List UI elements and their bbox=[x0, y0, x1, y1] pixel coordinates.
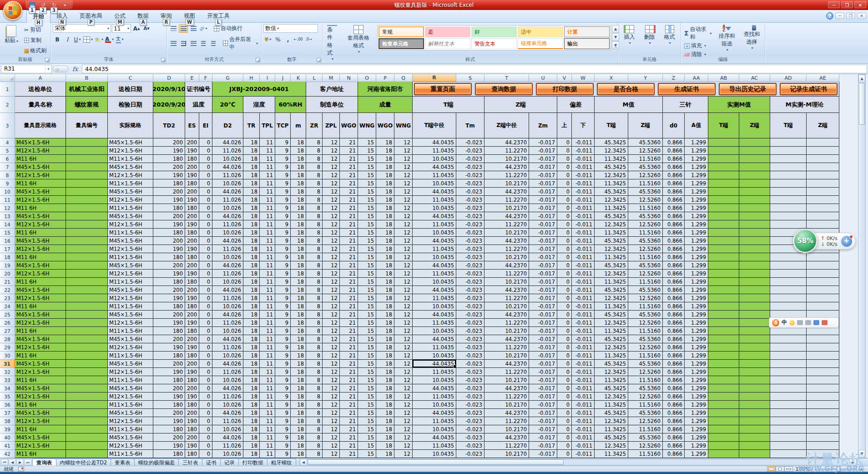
cell-D27[interactable]: 180 bbox=[153, 327, 185, 335]
cell-A42[interactable]: M11 6H bbox=[15, 450, 66, 458]
row-header-14[interactable]: 14 bbox=[0, 220, 15, 229]
cell-N11[interactable]: 21 bbox=[340, 196, 358, 204]
cell-X9[interactable]: 11.3425 bbox=[595, 179, 628, 188]
skin-icon[interactable] bbox=[813, 320, 819, 325]
cell-D6[interactable]: 180 bbox=[153, 155, 185, 163]
prev-sheet-icon[interactable]: ◀ bbox=[9, 459, 16, 465]
cell-U11[interactable]: -0.017 bbox=[529, 196, 557, 204]
cell-K36[interactable]: 18 bbox=[291, 401, 306, 409]
cell-Q37[interactable]: 12 bbox=[394, 409, 413, 417]
cell-Y36[interactable]: 11.5160 bbox=[628, 401, 663, 409]
row-header-21[interactable]: 21 bbox=[0, 278, 15, 286]
cell-M18[interactable]: 12 bbox=[323, 253, 340, 261]
cell-H37[interactable]: 18 bbox=[243, 409, 260, 417]
cell-H21[interactable]: 18 bbox=[243, 278, 260, 286]
cell-B10[interactable] bbox=[66, 188, 108, 196]
cell-L40[interactable]: 8 bbox=[306, 433, 323, 442]
cell-H12[interactable]: 18 bbox=[243, 204, 260, 212]
cell-F39[interactable]: 0 bbox=[199, 425, 212, 433]
increase-indent-button[interactable] bbox=[209, 39, 218, 48]
cell-S26[interactable]: -0.023 bbox=[456, 319, 484, 327]
cell-K42[interactable]: 18 bbox=[291, 450, 306, 458]
cell-T15[interactable]: 10.2170 bbox=[484, 229, 529, 237]
merged-label-cell[interactable]: Z端 bbox=[484, 97, 557, 113]
cell-L15[interactable]: 8 bbox=[306, 229, 323, 237]
cell-H6[interactable]: 18 bbox=[243, 155, 260, 163]
cell-I22[interactable]: 11 bbox=[260, 286, 275, 294]
cell-J23[interactable]: 9 bbox=[275, 294, 291, 302]
cell-X6[interactable]: 11.3425 bbox=[595, 155, 628, 163]
phonetic-button[interactable]: 文 bbox=[115, 35, 124, 44]
cell-P17[interactable]: 18 bbox=[376, 245, 394, 253]
cell-V42[interactable]: 0 bbox=[557, 450, 572, 458]
cell-AA32[interactable]: 1.299 bbox=[685, 368, 708, 376]
cell-AE4[interactable] bbox=[807, 138, 839, 147]
cell-N15[interactable]: 21 bbox=[340, 229, 358, 237]
row-header-27[interactable]: 27 bbox=[0, 327, 15, 335]
cell-J15[interactable]: 9 bbox=[275, 229, 291, 237]
cell-K18[interactable]: 18 bbox=[291, 253, 306, 261]
cell-Q22[interactable]: 12 bbox=[394, 286, 413, 294]
cell-AC9[interactable] bbox=[739, 179, 770, 188]
cell-L12[interactable]: 8 bbox=[306, 204, 323, 212]
cell-Z22[interactable]: 0.866 bbox=[663, 286, 685, 294]
cell-B9[interactable] bbox=[66, 179, 108, 188]
cell-T12[interactable]: 10.2170 bbox=[484, 204, 529, 212]
cell-AE14[interactable] bbox=[807, 220, 839, 229]
cell-R15[interactable]: 10.0435 bbox=[413, 229, 456, 237]
cell-B34[interactable] bbox=[66, 384, 108, 392]
cell-N18[interactable]: 21 bbox=[340, 253, 358, 261]
cell-K14[interactable]: 18 bbox=[291, 220, 306, 229]
cell-A25[interactable]: M45×1.5-6H bbox=[15, 311, 66, 319]
cell-AB27[interactable] bbox=[708, 327, 739, 335]
cell-X35[interactable]: 12.3425 bbox=[595, 392, 628, 401]
cell-C8[interactable]: M12×1.5-6H bbox=[108, 171, 153, 179]
cell-V12[interactable]: 0 bbox=[557, 204, 572, 212]
column-header-W[interactable]: W bbox=[572, 74, 595, 82]
cell-O38[interactable]: 15 bbox=[358, 417, 376, 425]
cell-AD4[interactable] bbox=[770, 138, 807, 147]
cell-A4[interactable]: M45×1.5-6H bbox=[15, 138, 66, 147]
cell-W21[interactable]: -0.011 bbox=[572, 278, 595, 286]
cell-O40[interactable]: 15 bbox=[358, 433, 376, 442]
column-header-T[interactable]: T bbox=[484, 74, 529, 82]
cell-AC5[interactable] bbox=[739, 147, 770, 155]
cell-E19[interactable]: 200 bbox=[185, 261, 199, 270]
memory-ball-widget[interactable]: 58% bbox=[793, 229, 818, 253]
cell-O39[interactable]: 15 bbox=[358, 425, 376, 433]
cell-U41[interactable]: -0.017 bbox=[529, 442, 557, 450]
cell-AA10[interactable]: 1.299 bbox=[685, 188, 708, 196]
col-title-cell[interactable]: TPL bbox=[260, 113, 275, 138]
cell-E42[interactable]: 180 bbox=[185, 450, 199, 458]
row-header-9[interactable]: 9 bbox=[0, 179, 15, 188]
cell-X36[interactable]: 11.3425 bbox=[595, 401, 628, 409]
cell-N7[interactable]: 21 bbox=[340, 163, 358, 171]
sheet-tab-三针表[interactable]: 三针表 bbox=[178, 459, 202, 466]
column-header-X[interactable]: X bbox=[595, 74, 628, 82]
cell-B7[interactable] bbox=[66, 163, 108, 171]
cell-N39[interactable]: 21 bbox=[340, 425, 358, 433]
cell-W27[interactable]: -0.011 bbox=[572, 327, 595, 335]
cell-H34[interactable]: 18 bbox=[243, 384, 260, 392]
cell-F38[interactable]: 0 bbox=[199, 417, 212, 425]
cell-E11[interactable]: 190 bbox=[185, 196, 199, 204]
cell-V18[interactable]: 0 bbox=[557, 253, 572, 261]
cell-L5[interactable]: 8 bbox=[306, 147, 323, 155]
cell-D20[interactable]: 190 bbox=[153, 270, 185, 278]
cell-A39[interactable]: M11 6H bbox=[15, 425, 66, 433]
cell-R41[interactable]: 11.0435 bbox=[413, 442, 456, 450]
cell-D8[interactable]: 190 bbox=[153, 171, 185, 179]
cell-P10[interactable]: 18 bbox=[376, 188, 394, 196]
cell-H28[interactable]: 18 bbox=[243, 335, 260, 343]
orientation-button[interactable]: ab bbox=[199, 24, 208, 33]
cell-C15[interactable]: M11×1.5-6H bbox=[108, 229, 153, 237]
cell-O27[interactable]: 15 bbox=[358, 327, 376, 335]
cell-H8[interactable]: 18 bbox=[243, 171, 260, 179]
cell-O7[interactable]: 15 bbox=[358, 163, 376, 171]
cell-R11[interactable]: 11.0435 bbox=[413, 196, 456, 204]
cell-U38[interactable]: -0.017 bbox=[529, 417, 557, 425]
cell-Q16[interactable]: 12 bbox=[394, 237, 413, 245]
cell-E16[interactable]: 200 bbox=[185, 237, 199, 245]
cell-B5[interactable] bbox=[66, 147, 108, 155]
cell-T28[interactable]: 44.2370 bbox=[484, 335, 529, 343]
